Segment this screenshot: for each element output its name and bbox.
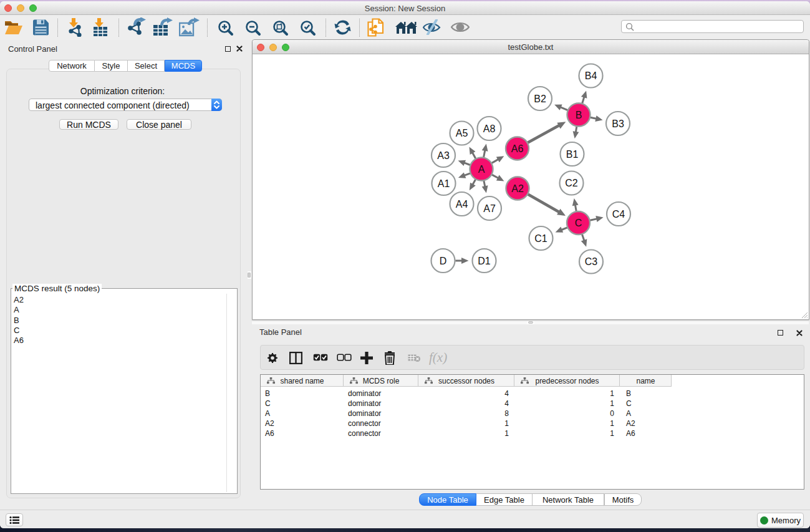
- svg-text:C2: C2: [565, 178, 578, 188]
- svg-text:C3: C3: [585, 256, 598, 267]
- svg-text:C: C: [575, 218, 582, 228]
- svg-text:A3: A3: [437, 150, 450, 161]
- svg-text:B3: B3: [612, 118, 624, 129]
- svg-text:B2: B2: [534, 94, 546, 104]
- svg-text:A1: A1: [438, 178, 450, 189]
- svg-text:A5: A5: [456, 128, 468, 138]
- svg-text:B1: B1: [566, 149, 579, 160]
- svg-text:C1: C1: [534, 233, 547, 244]
- svg-text:B4: B4: [585, 70, 597, 81]
- svg-text:A7: A7: [483, 203, 496, 214]
- svg-text:A2: A2: [511, 183, 524, 194]
- svg-text:B: B: [576, 110, 582, 120]
- svg-text:A6: A6: [511, 143, 524, 154]
- svg-text:A4: A4: [456, 199, 468, 210]
- svg-text:C4: C4: [612, 209, 625, 220]
- svg-text:D1: D1: [478, 256, 491, 266]
- svg-text:A8: A8: [483, 123, 496, 134]
- svg-text:D: D: [440, 256, 447, 266]
- svg-text:A: A: [478, 164, 485, 175]
